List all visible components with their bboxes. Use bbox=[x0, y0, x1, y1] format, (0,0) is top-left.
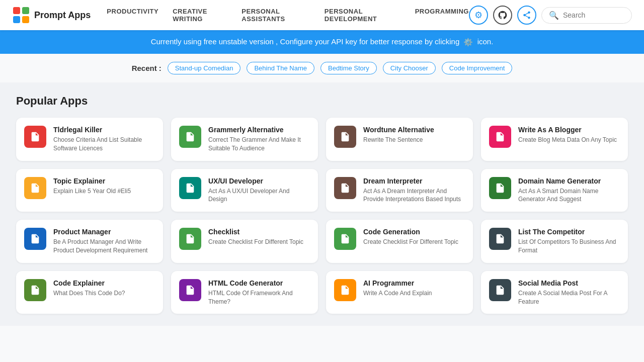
github-button[interactable] bbox=[493, 6, 512, 25]
recent-chip-1[interactable]: Behind The Name bbox=[247, 62, 314, 74]
app-name-8: Product Manager bbox=[53, 228, 155, 236]
svg-rect-3 bbox=[22, 16, 29, 23]
app-card-4[interactable]: Topic Explainer Explain Like 5 Year Old … bbox=[16, 169, 163, 212]
app-desc-3: Create Blog Meta Data On Any Topic bbox=[518, 136, 620, 144]
app-icon-3 bbox=[489, 126, 511, 148]
logo-icon bbox=[12, 6, 30, 24]
app-card-0[interactable]: Tldrlegal Killer Choose Criteria And Lis… bbox=[16, 118, 163, 161]
nav-actions: ⚙ 🔍 bbox=[469, 6, 632, 25]
app-desc-11: List Of Competitors To Business And Form… bbox=[518, 238, 620, 255]
app-icon-5 bbox=[179, 177, 201, 199]
app-card-3[interactable]: Write As A Blogger Create Blog Meta Data… bbox=[481, 118, 628, 161]
app-icon-12 bbox=[24, 279, 46, 301]
app-name-15: Social Media Post bbox=[518, 279, 620, 287]
recent-chip-4[interactable]: Code Improvement bbox=[442, 62, 513, 74]
main-content: Popular Apps Tldrlegal Killer Choose Cri… bbox=[0, 82, 644, 326]
app-info-1: Grammerly Alternative Correct The Gramme… bbox=[208, 126, 310, 153]
app-icon-15 bbox=[489, 279, 511, 301]
app-info-0: Tldrlegal Killer Choose Criteria And Lis… bbox=[53, 126, 155, 153]
navbar: Prompt Apps PRODUCTIVITY CREATIVE WRITIN… bbox=[0, 0, 644, 30]
svg-rect-1 bbox=[22, 7, 29, 14]
app-info-10: Code Generation Create Checklist For Dif… bbox=[363, 228, 465, 246]
app-desc-13: HTML Code Of Framework And Theme? bbox=[208, 289, 310, 306]
search-box: 🔍 bbox=[541, 7, 632, 24]
app-desc-9: Create Checklist For Different Topic bbox=[208, 238, 310, 246]
app-card-8[interactable]: Product Manager Be A Product Manager And… bbox=[16, 220, 163, 263]
app-desc-12: What Does This Code Do? bbox=[53, 289, 155, 298]
app-desc-1: Correct The Grammer And Make It Suitable… bbox=[208, 136, 310, 153]
app-name-7: Domain Name Generator bbox=[518, 177, 620, 185]
app-name-11: List The Competitor bbox=[518, 228, 620, 236]
app-info-12: Code Explainer What Does This Code Do? bbox=[53, 279, 155, 298]
app-desc-4: Explain Like 5 Year Old #Eli5 bbox=[53, 187, 155, 196]
app-info-9: Checklist Create Checklist For Different… bbox=[208, 228, 310, 246]
banner-text-after: icon. bbox=[477, 37, 494, 46]
app-name-1: Grammerly Alternative bbox=[208, 126, 310, 134]
app-name-2: Wordtune Alternative bbox=[363, 126, 465, 134]
svg-rect-2 bbox=[13, 16, 20, 23]
app-desc-7: Act As A Smart Domain Name Generator And… bbox=[518, 187, 620, 204]
app-icon-0 bbox=[24, 126, 46, 148]
search-input[interactable] bbox=[563, 11, 623, 19]
app-icon-4 bbox=[24, 177, 46, 199]
app-icon-9 bbox=[179, 228, 201, 250]
app-card-7[interactable]: Domain Name Generator Act As A Smart Dom… bbox=[481, 169, 628, 212]
app-card-10[interactable]: Code Generation Create Checklist For Dif… bbox=[326, 220, 473, 263]
app-desc-10: Create Checklist For Different Topic bbox=[363, 238, 465, 246]
app-info-6: Dream Interpreter Act As A Dream Interpr… bbox=[363, 177, 465, 204]
settings-button[interactable]: ⚙ bbox=[469, 6, 488, 25]
app-icon-14 bbox=[334, 279, 356, 301]
app-info-2: Wordtune Alternative Rewrite The Sentenc… bbox=[363, 126, 465, 144]
app-icon-10 bbox=[334, 228, 356, 250]
app-card-5[interactable]: UX/UI Developer Act As A UX/UI Developer… bbox=[171, 169, 318, 212]
recent-chip-3[interactable]: City Chooser bbox=[383, 62, 436, 74]
app-name-9: Checklist bbox=[208, 228, 310, 236]
gear-icon-inline: ⚙️ bbox=[463, 38, 473, 46]
app-desc-15: Create A Social Media Post For A Feature bbox=[518, 289, 620, 306]
app-icon-11 bbox=[489, 228, 511, 250]
app-name-4: Topic Explainer bbox=[53, 177, 155, 185]
recent-chip-2[interactable]: Bedtime Story bbox=[320, 62, 377, 74]
app-icon-2 bbox=[334, 126, 356, 148]
nav-personal-development[interactable]: PERSONAL DEVELOPMENT bbox=[325, 8, 401, 23]
app-card-2[interactable]: Wordtune Alternative Rewrite The Sentenc… bbox=[326, 118, 473, 161]
app-info-13: HTML Code Generator HTML Code Of Framewo… bbox=[208, 279, 310, 306]
app-card-1[interactable]: Grammerly Alternative Correct The Gramme… bbox=[171, 118, 318, 161]
nav-productivity[interactable]: PRODUCTIVITY bbox=[107, 8, 158, 23]
app-icon-7 bbox=[489, 177, 511, 199]
app-name-6: Dream Interpreter bbox=[363, 177, 465, 185]
nav-programming[interactable]: PROGRAMMING bbox=[415, 8, 469, 23]
app-card-6[interactable]: Dream Interpreter Act As A Dream Interpr… bbox=[326, 169, 473, 212]
app-info-3: Write As A Blogger Create Blog Meta Data… bbox=[518, 126, 620, 144]
app-icon-8 bbox=[24, 228, 46, 250]
app-card-14[interactable]: AI Programmer Write A Code And Explain bbox=[326, 271, 473, 314]
app-name-5: UX/UI Developer bbox=[208, 177, 310, 185]
app-desc-8: Be A Product Manager And Write Product D… bbox=[53, 238, 155, 255]
banner-text-before: Currently using free unstable version , … bbox=[151, 37, 460, 46]
app-card-15[interactable]: Social Media Post Create A Social Media … bbox=[481, 271, 628, 314]
apps-grid: Tldrlegal Killer Choose Criteria And Lis… bbox=[16, 118, 628, 314]
svg-rect-0 bbox=[13, 7, 20, 14]
app-card-12[interactable]: Code Explainer What Does This Code Do? bbox=[16, 271, 163, 314]
share-button[interactable] bbox=[517, 6, 536, 25]
app-icon-1 bbox=[179, 126, 201, 148]
app-name-12: Code Explainer bbox=[53, 279, 155, 287]
app-desc-5: Act As A UX/UI Developer And Design bbox=[208, 187, 310, 204]
nav-personal-assistants[interactable]: PERSONAL ASSISTANTS bbox=[242, 8, 310, 23]
app-desc-14: Write A Code And Explain bbox=[363, 289, 465, 298]
app-desc-0: Choose Criteria And List Suitable Softwa… bbox=[53, 136, 155, 153]
app-name-13: HTML Code Generator bbox=[208, 279, 310, 287]
app-info-7: Domain Name Generator Act As A Smart Dom… bbox=[518, 177, 620, 204]
app-icon-13 bbox=[179, 279, 201, 301]
app-card-11[interactable]: List The Competitor List Of Competitors … bbox=[481, 220, 628, 263]
app-card-9[interactable]: Checklist Create Checklist For Different… bbox=[171, 220, 318, 263]
app-info-15: Social Media Post Create A Social Media … bbox=[518, 279, 620, 306]
recent-label: Recent : bbox=[132, 64, 162, 72]
nav-links: PRODUCTIVITY CREATIVE WRITING PERSONAL A… bbox=[107, 8, 469, 23]
app-desc-2: Rewrite The Sentence bbox=[363, 136, 465, 144]
popular-apps-title: Popular Apps bbox=[16, 95, 628, 108]
nav-creative-writing[interactable]: CREATIVE WRITING bbox=[173, 8, 227, 23]
app-name-14: AI Programmer bbox=[363, 279, 465, 287]
app-card-13[interactable]: HTML Code Generator HTML Code Of Framewo… bbox=[171, 271, 318, 314]
recent-chip-0[interactable]: Stand-up Comedian bbox=[168, 62, 241, 74]
